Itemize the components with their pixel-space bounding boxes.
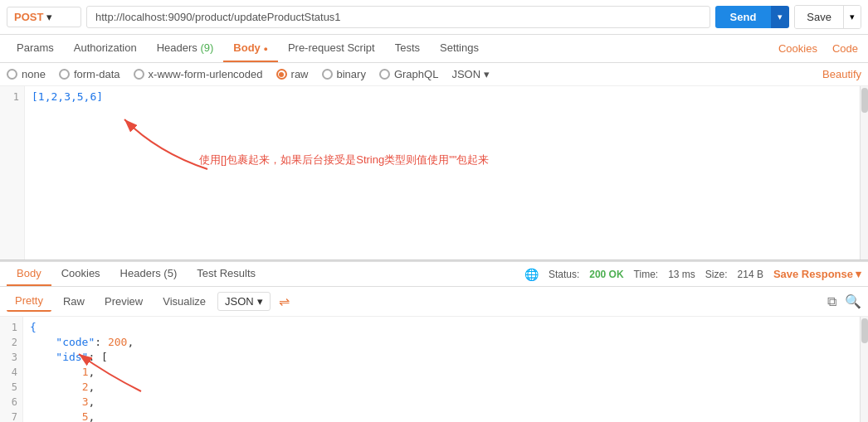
fmt-tab-raw[interactable]: Raw	[55, 292, 93, 311]
radio-form-data	[59, 69, 70, 80]
resp-line-num-4: 4	[0, 365, 22, 380]
resp-line-2: "code": 200,	[30, 335, 861, 350]
send-dropdown-button[interactable]: ▾	[771, 6, 789, 28]
resp-line-num-7: 7	[0, 410, 22, 422]
response-line-numbers: 1 2 3 4 5 6 7 8 9	[0, 317, 23, 422]
response-editor: 1 2 3 4 5 6 7 8 9 { "code": 200, "ids": …	[0, 317, 868, 422]
cookies-link[interactable]: Cookies	[775, 36, 821, 61]
response-scrollbar-thumb	[861, 318, 868, 343]
option-form-data[interactable]: form-data	[59, 68, 120, 80]
code-value: [1,2,3,5,6]	[32, 90, 103, 103]
option-graphql-label: GraphQL	[394, 68, 438, 80]
time-label: Time:	[634, 269, 659, 280]
method-dropdown-icon: ▾	[46, 11, 52, 23]
copy-icon[interactable]: ⧉	[827, 294, 836, 309]
resp-line-6: 3,	[30, 395, 861, 410]
resp-line-5: 2,	[30, 380, 861, 395]
resp-tab-body[interactable]: Body	[7, 262, 51, 286]
resp-line-4: 1,	[30, 365, 861, 380]
beautify-button[interactable]: Beautify	[822, 68, 861, 80]
response-tab-row: Body Cookies Headers (5) Test Results 🌐 …	[0, 260, 868, 287]
wrap-icon[interactable]: ⇌	[279, 293, 290, 309]
tab-settings[interactable]: Settings	[430, 35, 489, 62]
editor-scrollbar[interactable]	[860, 86, 868, 260]
response-meta: 🌐 Status: 200 OK Time: 13 ms Size: 214 B…	[524, 268, 861, 281]
response-scrollbar[interactable]	[860, 317, 868, 422]
radio-raw	[276, 69, 287, 80]
save-response-button[interactable]: Save Response ▾	[773, 268, 861, 280]
radio-urlencoded	[134, 69, 144, 80]
globe-icon: 🌐	[524, 268, 539, 281]
request-editor: 1 [1,2,3,5,6] 使用[]包裹起来，如果后台接受是String类型则值…	[0, 86, 868, 260]
option-raw[interactable]: raw	[276, 68, 309, 80]
search-icon[interactable]: 🔍	[845, 293, 861, 309]
method-select[interactable]: POST ▾	[7, 7, 81, 27]
option-none[interactable]: none	[7, 68, 46, 80]
resp-line-num-2: 2	[0, 335, 22, 350]
annotation-text: 使用[]包裹起来，如果后台接受是String类型则值使用""包起来	[199, 153, 489, 167]
resp-line-7: 5,	[30, 410, 861, 422]
size-label: Size:	[705, 269, 728, 280]
size-value: 214 B	[738, 269, 763, 280]
resp-line-num-5: 5	[0, 380, 22, 395]
save-response-label: Save Response	[773, 268, 853, 280]
save-button-group: Save ▾	[794, 5, 861, 29]
resp-line-num-6: 6	[0, 395, 22, 410]
option-none-label: none	[22, 68, 46, 80]
json-format-select[interactable]: JSON ▾	[451, 68, 490, 80]
option-binary-label: binary	[337, 68, 366, 80]
time-value: 13 ms	[668, 269, 695, 280]
resp-tab-headers[interactable]: Headers (5)	[110, 262, 188, 286]
method-label: POST	[14, 11, 43, 23]
response-format-dropdown-icon: ▾	[257, 295, 263, 308]
option-urlencoded[interactable]: x-www-form-urlencoded	[134, 68, 263, 80]
tab-body[interactable]: Body ●	[223, 35, 278, 62]
option-graphql[interactable]: GraphQL	[379, 68, 438, 80]
line-num-1: 1	[0, 90, 24, 104]
body-options-bar: none form-data x-www-form-urlencoded raw…	[0, 63, 868, 86]
scrollbar-thumb	[861, 88, 868, 113]
response-format-select[interactable]: JSON ▾	[217, 292, 271, 311]
json-dropdown-icon: ▾	[484, 68, 490, 80]
tab-right-links: Cookies Code	[775, 36, 861, 61]
code-line-1: [1,2,3,5,6]	[32, 90, 861, 104]
send-button-group: Send ▾	[715, 6, 790, 28]
save-dropdown-button[interactable]: ▾	[843, 6, 861, 28]
radio-none	[7, 69, 17, 80]
line-numbers: 1	[0, 86, 25, 260]
tab-tests[interactable]: Tests	[385, 35, 430, 62]
option-form-data-label: form-data	[74, 68, 120, 80]
radio-graphql	[379, 69, 390, 80]
response-format-label: JSON	[225, 295, 254, 308]
fmt-tab-visualize[interactable]: Visualize	[154, 292, 214, 311]
format-tab-row: Pretty Raw Preview Visualize JSON ▾ ⇌ ⧉ …	[0, 287, 868, 317]
resp-line-3: "ids": [	[30, 350, 861, 365]
format-right-actions: ⧉ 🔍	[827, 293, 861, 309]
fmt-tab-pretty[interactable]: Pretty	[7, 291, 51, 312]
option-urlencoded-label: x-www-form-urlencoded	[149, 68, 263, 80]
json-format-label: JSON	[451, 68, 480, 80]
option-raw-label: raw	[291, 68, 309, 80]
fmt-tab-preview[interactable]: Preview	[96, 292, 151, 311]
save-button[interactable]: Save	[795, 6, 843, 28]
request-tab-row: Params Authorization Headers (9) Body ● …	[0, 35, 868, 63]
top-bar: POST ▾ Send ▾ Save ▾	[0, 0, 868, 35]
radio-binary	[322, 69, 333, 80]
tab-headers[interactable]: Headers (9)	[147, 35, 224, 62]
editor-content[interactable]: [1,2,3,5,6]	[25, 86, 868, 108]
url-input[interactable]	[86, 6, 710, 28]
resp-line-num-1: 1	[0, 320, 22, 335]
tab-authorization[interactable]: Authorization	[64, 35, 147, 62]
code-link[interactable]: Code	[829, 36, 861, 61]
save-response-dropdown-icon: ▾	[856, 268, 861, 280]
send-button[interactable]: Send	[715, 6, 772, 28]
resp-tab-cookies[interactable]: Cookies	[51, 262, 110, 286]
resp-line-1: {	[30, 320, 861, 335]
resp-tab-test-results[interactable]: Test Results	[187, 262, 266, 286]
response-content: { "code": 200, "ids": [ 1, 2, 3, 5, 6 ],	[23, 317, 868, 422]
tab-params[interactable]: Params	[7, 35, 64, 62]
resp-line-num-3: 3	[0, 350, 22, 365]
option-binary[interactable]: binary	[322, 68, 366, 80]
tab-pre-request[interactable]: Pre-request Script	[278, 35, 385, 62]
status-label: Status:	[549, 269, 579, 280]
